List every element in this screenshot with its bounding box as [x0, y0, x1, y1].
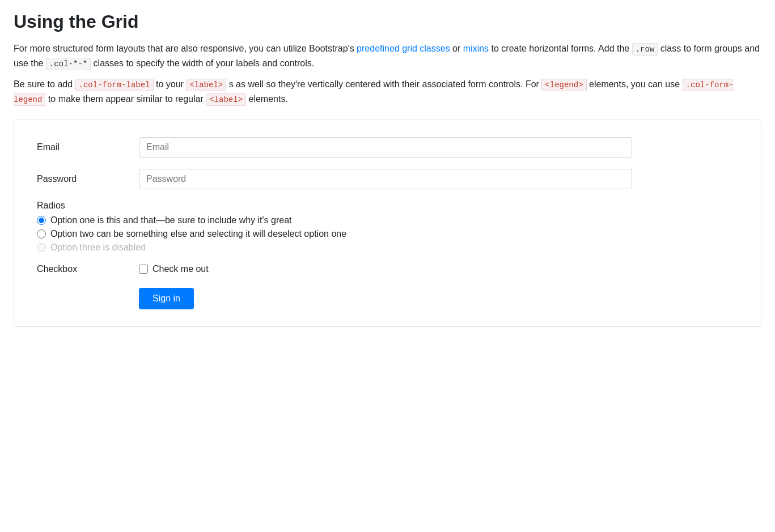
- checkbox-label: Checkbox: [37, 264, 139, 274]
- page-title: Using the Grid: [14, 11, 761, 32]
- description-block: For more structured form layouts that ar…: [14, 41, 761, 106]
- radio-label-3: Option three is disabled: [50, 242, 146, 253]
- para2-end: elements.: [248, 94, 287, 104]
- para2-after-legend-code: to make them appear similar to regular: [48, 94, 206, 104]
- checkbox-control: Check me out: [139, 264, 209, 274]
- legend-tag-code: <legend>: [541, 79, 586, 91]
- radios-legend: Radios: [37, 201, 738, 211]
- para2-to-your: to your: [156, 79, 186, 89]
- radio-option-1: Option one is this and that—be sure to i…: [37, 215, 738, 225]
- para1-after-col: classes to specify the width of your lab…: [94, 58, 315, 68]
- col-class-code: .col-*-*: [46, 58, 91, 70]
- row-class-code: .row: [632, 43, 658, 56]
- para2-before: Be sure to add: [14, 79, 73, 89]
- para1-text-before-link1: For more structured form layouts that ar…: [14, 44, 354, 53]
- checkbox-group: Checkbox Check me out: [37, 264, 738, 274]
- email-label: Email: [37, 142, 139, 152]
- email-form-group: Email: [37, 137, 738, 158]
- predefined-grid-classes-link[interactable]: predefined grid classes: [357, 44, 450, 53]
- description-para2: Be sure to add .col-form-label to your <…: [14, 77, 761, 106]
- radios-group: Radios Option one is this and that—be su…: [37, 201, 738, 253]
- para2-after-label: s as well so they're vertically centered…: [229, 79, 542, 89]
- label-tag-code2: <label>: [206, 93, 246, 106]
- sign-in-button[interactable]: Sign in: [139, 288, 194, 309]
- col-form-label-code: .col-form-label: [75, 79, 154, 91]
- description-para1: For more structured form layouts that ar…: [14, 41, 761, 70]
- radio-input-1[interactable]: [37, 216, 46, 225]
- para1-after-mixins: to create horizontal forms. Add the: [492, 44, 632, 53]
- para1-or-text: or: [452, 44, 463, 53]
- password-form-group: Password: [37, 169, 738, 189]
- label-tag-code: <label>: [186, 79, 226, 91]
- password-label: Password: [37, 174, 139, 184]
- checkbox-text: Check me out: [153, 264, 209, 274]
- radio-label-2: Option two can be something else and sel…: [50, 229, 346, 239]
- password-input[interactable]: [139, 169, 632, 189]
- checkbox-input[interactable]: [139, 265, 148, 274]
- para2-after-legend: elements, you can use: [589, 79, 683, 89]
- mixins-link[interactable]: mixins: [463, 44, 489, 53]
- radio-label-1: Option one is this and that—be sure to i…: [50, 215, 292, 225]
- form-container: Email Password Radios Option one is this…: [14, 120, 761, 327]
- email-input[interactable]: [139, 137, 632, 158]
- radio-option-2: Option two can be something else and sel…: [37, 229, 738, 239]
- radio-input-3: [37, 243, 46, 252]
- radio-option-3: Option three is disabled: [37, 242, 738, 253]
- radio-input-2[interactable]: [37, 229, 46, 239]
